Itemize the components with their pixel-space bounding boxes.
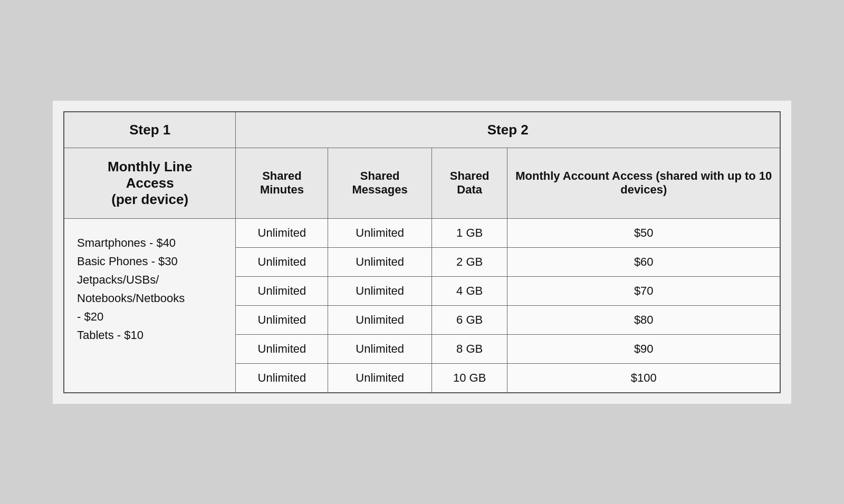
- shared-data-cell: 10 GB: [431, 363, 507, 393]
- monthly-account-price-cell: $100: [507, 363, 780, 393]
- shared-minutes-cell: Unlimited: [236, 218, 328, 247]
- shared-messages-cell: Unlimited: [328, 276, 431, 305]
- shared-data-cell: 8 GB: [431, 334, 507, 363]
- shared-minutes-cell: Unlimited: [236, 247, 328, 276]
- shared-minutes-cell: Unlimited: [236, 363, 328, 393]
- shared-messages-cell: Unlimited: [328, 247, 431, 276]
- monthly-account-price-cell: $90: [507, 334, 780, 363]
- shared-messages-cell: Unlimited: [328, 363, 431, 393]
- shared-data-cell: 2 GB: [431, 247, 507, 276]
- monthly-account-access-header: Monthly Account Access (shared with up t…: [507, 148, 780, 218]
- shared-data-cell: 6 GB: [431, 305, 507, 334]
- table-container: Step 1 Step 2 Monthly LineAccess(per dev…: [53, 101, 791, 404]
- step1-content: Smartphones - $40Basic Phones - $30Jetpa…: [64, 218, 236, 393]
- monthly-account-price-cell: $80: [507, 305, 780, 334]
- shared-minutes-header: Shared Minutes: [236, 148, 328, 218]
- shared-minutes-cell: Unlimited: [236, 276, 328, 305]
- shared-messages-cell: Unlimited: [328, 218, 431, 247]
- shared-data-cell: 1 GB: [431, 218, 507, 247]
- shared-messages-cell: Unlimited: [328, 305, 431, 334]
- shared-data-header: Shared Data: [431, 148, 507, 218]
- step1-header: Step 1: [64, 112, 236, 148]
- shared-messages-cell: Unlimited: [328, 334, 431, 363]
- shared-minutes-cell: Unlimited: [236, 334, 328, 363]
- shared-minutes-cell: Unlimited: [236, 305, 328, 334]
- monthly-account-price-cell: $60: [507, 247, 780, 276]
- monthly-line-header: Monthly LineAccess(per device): [64, 148, 236, 218]
- monthly-account-price-cell: $50: [507, 218, 780, 247]
- pricing-table: Step 1 Step 2 Monthly LineAccess(per dev…: [63, 111, 781, 393]
- monthly-account-price-cell: $70: [507, 276, 780, 305]
- shared-messages-header: Shared Messages: [328, 148, 431, 218]
- shared-data-cell: 4 GB: [431, 276, 507, 305]
- step2-header: Step 2: [236, 112, 780, 148]
